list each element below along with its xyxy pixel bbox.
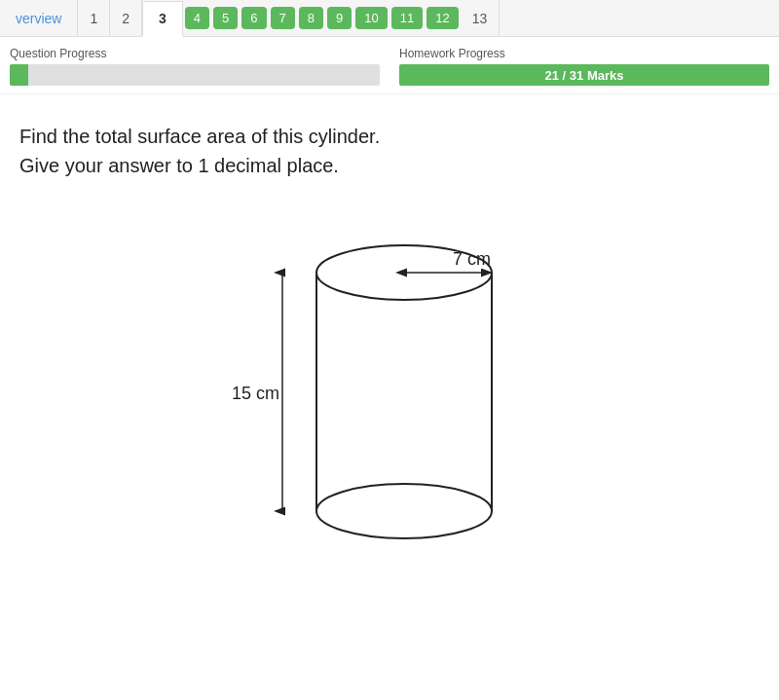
nav-tab-9[interactable]: 9: [327, 7, 352, 29]
nav-tab-6[interactable]: 6: [241, 7, 266, 29]
nav-tab-7[interactable]: 7: [271, 7, 295, 29]
homework-progress-bar: 21 / 31 Marks: [399, 64, 769, 86]
homework-progress-text: 21 / 31 Marks: [399, 64, 769, 86]
homework-progress-label: Homework Progress: [399, 47, 769, 60]
nav-tab-12[interactable]: 12: [427, 7, 458, 29]
nav-tab-4[interactable]: 4: [185, 7, 209, 29]
nav-tab-2[interactable]: 2: [110, 0, 142, 36]
height-label: 15 cm: [232, 384, 279, 403]
question-progress-fill: [10, 64, 28, 86]
nav-tab-10[interactable]: 10: [355, 7, 387, 29]
question-progress-col: Question Progress: [0, 47, 390, 86]
nav-tab-11[interactable]: 11: [391, 7, 423, 29]
nav-tab-13[interactable]: 13: [461, 0, 501, 36]
nav-tab-1[interactable]: 1: [78, 0, 110, 36]
homework-progress-col: Homework Progress 21 / 31 Marks: [390, 47, 779, 86]
nav-tab-5[interactable]: 5: [213, 7, 238, 29]
nav-overview[interactable]: verview: [0, 0, 78, 36]
cylinder-diagram: 7 cm 15 cm: [204, 200, 575, 579]
cylinder-svg: 7 cm 15 cm: [204, 200, 575, 579]
question-line1: Find the total surface area of this cyli…: [19, 126, 380, 147]
radius-label: 7 cm: [453, 249, 491, 269]
question-text: Find the total surface area of this cyli…: [19, 122, 760, 180]
nav-tab-8[interactable]: 8: [299, 7, 323, 29]
question-area: Find the total surface area of this cyli…: [0, 94, 779, 589]
navigation-bar: verview 1 2 3 4 5 6 7 8 9 10 11 12 13: [0, 0, 779, 37]
nav-tab-3[interactable]: 3: [142, 1, 183, 37]
question-progress-label: Question Progress: [10, 47, 380, 60]
question-progress-bar: [10, 64, 380, 86]
progress-section: Question Progress Homework Progress 21 /…: [0, 37, 779, 94]
diagram-container: 7 cm 15 cm: [19, 200, 760, 579]
question-line2: Give your answer to 1 decimal place.: [19, 155, 339, 176]
svg-point-2: [316, 484, 492, 538]
